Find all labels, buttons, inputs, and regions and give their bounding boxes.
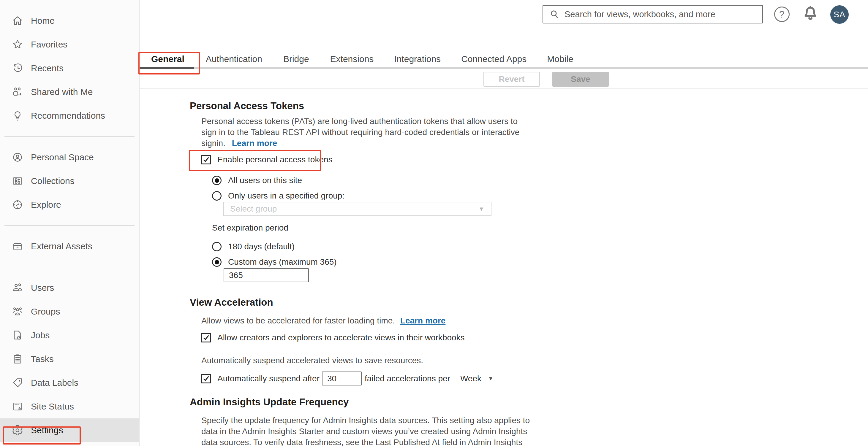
sidebar-item-label: Site Status [31, 402, 74, 412]
default-days-label: 180 days (default) [228, 242, 294, 251]
pat-learn-more-link[interactable]: Learn more [232, 139, 277, 148]
sidebar-item-tasks[interactable]: Tasks [0, 347, 139, 371]
auto-suspend-prefix: Automatically suspend after [217, 374, 319, 383]
custom-days-radio-row: Custom days (maximum 365) [212, 257, 337, 267]
sidebar-item-favorites[interactable]: Favorites [0, 33, 139, 56]
all-users-label: All users on this site [228, 176, 302, 185]
archive-box-icon [12, 241, 23, 252]
save-button[interactable]: Save [552, 72, 609, 87]
allow-acceleration-label: Allow creators and explorers to accelera… [217, 333, 465, 342]
tab-track [140, 67, 868, 69]
revert-button[interactable]: Revert [484, 72, 540, 87]
sidebar-item-home[interactable]: Home [0, 9, 139, 33]
expiration-label: Set expiration period [212, 223, 288, 233]
sidebar-item-users[interactable]: Users [0, 276, 139, 300]
tableau-settings-page: Home Favorites Recents Shared with Me Re… [0, 0, 868, 446]
sidebar-item-label: Settings [31, 425, 63, 435]
view-acceleration-title: View Acceleration [190, 297, 273, 308]
sidebar-item-external-assets[interactable]: External Assets [0, 234, 139, 258]
sidebar-item-label: Collections [31, 176, 74, 186]
view-acceleration-description: Allow views to be accelerated for faster… [202, 315, 445, 326]
sidebar-item-recents[interactable]: Recents [0, 56, 139, 80]
default-days-radio[interactable] [212, 242, 221, 251]
checkmark-icon [203, 334, 210, 341]
checkmark-icon [203, 156, 210, 163]
sidebar-item-jobs[interactable]: Jobs [0, 323, 139, 347]
chevron-down-icon: ▼ [488, 375, 494, 382]
custom-days-radio[interactable] [212, 257, 221, 267]
sidebar-item-label: Explore [31, 200, 61, 210]
chevron-down-icon: ▼ [478, 206, 484, 212]
sidebar-item-label: Tasks [31, 354, 54, 364]
suspend-period-value: Week [460, 374, 482, 383]
all-users-radio-row: All users on this site [212, 176, 302, 185]
tasks-icon [12, 353, 23, 365]
sidebar-item-settings[interactable]: Settings [0, 418, 139, 442]
custom-days-input[interactable] [224, 268, 309, 282]
pat-section-title: Personal Access Tokens [190, 100, 304, 111]
suspend-period-select[interactable]: Week ▼ [460, 374, 494, 383]
sidebar-item-label: External Assets [31, 241, 92, 251]
allow-acceleration-checkbox[interactable] [202, 333, 211, 342]
default-days-radio-row: 180 days (default) [212, 242, 294, 251]
specified-group-label: Only users in a specified group: [228, 191, 344, 201]
search-icon [549, 9, 560, 20]
all-users-radio[interactable] [212, 176, 221, 185]
sidebar-item-recommendations[interactable]: Recommendations [0, 104, 139, 128]
sidebar-item-label: Recommendations [31, 111, 105, 121]
sidebar-divider [4, 136, 134, 137]
sidebar-item-explore[interactable]: Explore [0, 193, 139, 217]
tag-icon [12, 377, 23, 388]
admin-insights-description: Specify the update frequency for Admin I… [202, 415, 530, 446]
suspend-threshold-input[interactable] [322, 372, 362, 385]
sidebar-item-label: Jobs [31, 330, 50, 340]
sidebar-item-groups[interactable]: Groups [0, 300, 139, 323]
checkmark-icon [203, 375, 210, 382]
sidebar-item-data-labels[interactable]: Data Labels [0, 371, 139, 394]
auto-suspend-suffix: failed accelerations per [365, 374, 450, 383]
sidebar-divider [4, 225, 134, 226]
divider [140, 89, 868, 89]
specified-group-radio[interactable] [212, 191, 221, 201]
enable-pat-checkbox[interactable] [202, 155, 211, 164]
bell-icon [802, 5, 819, 23]
users-icon [12, 282, 23, 294]
person-circle-icon [12, 151, 23, 163]
search-input[interactable] [564, 9, 755, 20]
sidebar-item-site-status[interactable]: Site Status [0, 394, 139, 418]
help-button[interactable]: ? [774, 6, 789, 22]
sidebar-item-label: Data Labels [31, 378, 79, 388]
sidebar-item-label: Favorites [31, 39, 67, 49]
notifications-button[interactable] [802, 5, 819, 23]
expiration-label-row: Set expiration period [212, 223, 288, 233]
avatar-initials: SA [834, 10, 845, 19]
jobs-icon [12, 330, 23, 341]
search-bar [542, 5, 763, 24]
shared-with-me-icon [12, 87, 23, 98]
star-icon [12, 39, 23, 50]
sidebar-item-label: Recents [31, 63, 64, 73]
view-acceleration-learn-more-link[interactable]: Learn more [400, 316, 446, 325]
group-select-placeholder: Select group [230, 204, 277, 214]
sidebar-item-label: Personal Space [31, 152, 94, 162]
collections-icon [12, 175, 23, 187]
sidebar: Home Favorites Recents Shared with Me Re… [0, 0, 140, 446]
auto-suspend-checkbox[interactable] [202, 374, 211, 383]
specified-group-radio-row: Only users in a specified group: [212, 191, 344, 201]
enable-pat-label: Enable personal access tokens [217, 155, 333, 164]
sidebar-item-collections[interactable]: Collections [0, 169, 139, 193]
sidebar-item-shared-with-me[interactable]: Shared with Me [0, 80, 139, 104]
avatar[interactable]: SA [830, 5, 849, 24]
sidebar-item-personal-space[interactable]: Personal Space [0, 145, 139, 169]
group-select[interactable]: Select group ▼ [223, 202, 492, 216]
recents-icon [12, 63, 23, 74]
sidebar-item-label: Users [31, 283, 54, 293]
active-tab-underline [140, 67, 194, 69]
admin-insights-title: Admin Insights Update Frequency [190, 397, 349, 408]
allow-acceleration-row: Allow creators and explorers to accelera… [202, 333, 465, 342]
site-status-icon [12, 401, 23, 412]
suspend-note: Automatically suspend accelerated views … [202, 355, 423, 366]
question-mark-icon: ? [779, 9, 784, 20]
pat-description: Personal access tokens (PATs) are long-l… [202, 116, 519, 149]
sidebar-item-label: Shared with Me [31, 87, 93, 97]
